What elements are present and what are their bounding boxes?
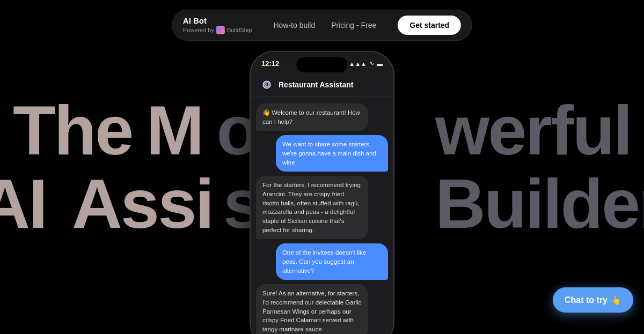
navbar-brand: AI Bot Powered by BuildShip: [183, 16, 252, 34]
message-3: For the starters, I recommend trying Ara…: [256, 176, 368, 239]
navbar: AI Bot Powered by BuildShip How-to build…: [172, 10, 472, 41]
chat-header: Restaurant Assistant: [251, 71, 393, 97]
message-2: We want to share some starters, we're go…: [276, 135, 388, 172]
nav-how-to-build[interactable]: How-to build: [273, 21, 315, 29]
navbar-title: AI Bot: [183, 16, 252, 26]
chat-bot-icon: [259, 77, 274, 92]
chat-try-label: Chat to try: [565, 295, 608, 305]
chat-title: Restaurant Assistant: [279, 80, 354, 89]
phone-time: 12:12: [261, 60, 279, 68]
nav-pricing[interactable]: Pricing - Free: [331, 21, 376, 29]
message-4: One of the invitees doesn't like peas. C…: [276, 243, 388, 280]
phone-status-bar: 12:12 ▲▲▲ ∿ ▬: [251, 52, 393, 71]
navbar-powered: Powered by BuildShip: [183, 26, 252, 34]
signal-icon: ▲▲▲: [349, 61, 367, 67]
message-5: Sure! As an alternative, for starters, I…: [256, 284, 368, 334]
chat-messages[interactable]: 👋 Welcome to our restaurant! How can I h…: [251, 97, 393, 334]
wifi-icon: ∿: [369, 60, 374, 67]
message-1: 👋 Welcome to our restaurant! How can I h…: [256, 103, 368, 131]
phone-mockup: 12:12 ▲▲▲ ∿ ▬ Restaurant Assistant 👋 Wel…: [250, 51, 394, 334]
chat-try-emoji: 👆: [611, 295, 621, 305]
buildship-logo-icon: [216, 26, 225, 34]
bg-word-mo: M: [146, 94, 202, 167]
chat-to-try-button[interactable]: Chat to try 👆: [553, 287, 633, 313]
phone-frame: 12:12 ▲▲▲ ∿ ▬ Restaurant Assistant 👋 Wel…: [250, 51, 394, 334]
bg-word-ai: AI: [0, 167, 46, 241]
bg-word-the: The: [13, 94, 132, 167]
dynamic-island: [297, 57, 348, 72]
bg-word-assi: Assi: [57, 167, 213, 241]
get-started-button[interactable]: Get started: [398, 16, 461, 35]
navbar-links: How-to build Pricing - Free: [273, 21, 376, 29]
phone-status-icons: ▲▲▲ ∿ ▬: [349, 60, 383, 67]
battery-icon: ▬: [377, 61, 383, 67]
